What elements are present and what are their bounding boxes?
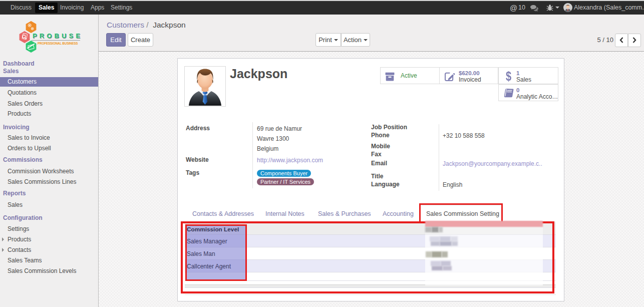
svg-text:PROFESSIONAL BUSINESS: PROFESSIONAL BUSINESS	[38, 42, 78, 45]
svg-text:PROBUSE: PROBUSE	[33, 32, 83, 40]
